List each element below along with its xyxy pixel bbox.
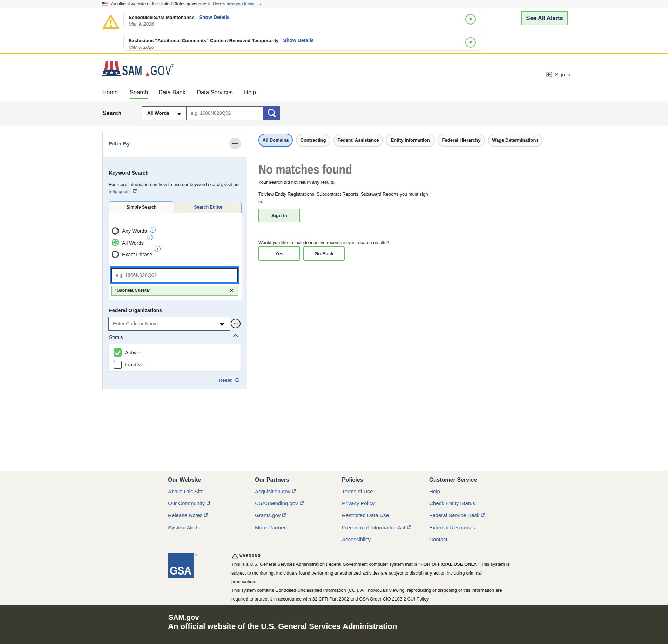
svg-text:®: ® xyxy=(171,63,174,67)
svg-text:SAM: SAM xyxy=(122,63,142,78)
svg-text:®: ® xyxy=(195,553,197,557)
svg-text:GOV: GOV xyxy=(150,62,171,78)
svg-text:GSA: GSA xyxy=(170,564,191,577)
